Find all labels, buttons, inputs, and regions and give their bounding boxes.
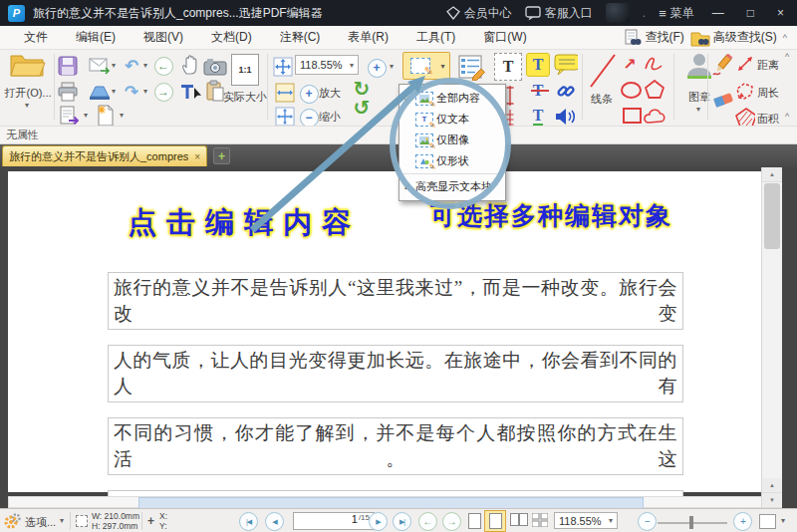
redo-caret-icon[interactable]: ▾ [143,88,147,96]
actual-size-button[interactable]: 1:1 [231,54,259,86]
next-page-button[interactable]: ▶ [369,512,388,531]
zoom-in-label[interactable]: 放大 [319,86,341,101]
advanced-find-button[interactable]: 高级查找(S) [690,29,777,47]
edit-content-caret-button[interactable]: ▾ [436,52,450,80]
square-shape-button[interactable] [620,104,644,128]
dropdown-item-shapes-only[interactable]: ✎ 仅形状 [399,150,505,171]
fit-window-button[interactable] [759,514,776,529]
area-label[interactable]: 面积 [757,112,779,127]
menu-edit[interactable]: 编辑(E) [62,29,130,46]
newdoc-caret-icon[interactable]: ▾ [120,112,124,120]
minimize-button[interactable]: — [707,6,729,20]
page-number-input[interactable]: 1 /15 [293,512,375,530]
export-button[interactable] [58,104,82,128]
select-text-button[interactable] [179,80,203,104]
scroll-up-icon[interactable]: ▲ [762,167,782,182]
scroll-up-icon[interactable]: ▲ [762,478,782,493]
edit-form-button[interactable] [456,53,488,83]
continuous-view-button[interactable] [484,510,506,532]
zoom-slider-thumb[interactable] [689,516,693,529]
arrow-shape-button[interactable]: ↗ [618,52,642,76]
zoom-level-combo[interactable]: 118.55% ▾ [295,55,359,75]
vertical-scrollbar-thumb[interactable] [764,183,780,249]
maximize-button[interactable]: □ [742,6,759,20]
fit-page-button[interactable] [271,55,295,79]
status-zoom-in-button[interactable]: + [733,512,752,531]
new-document-button[interactable] [94,104,118,128]
dropdown-item-images-only[interactable]: ✎ 仅图像 [399,130,505,150]
print-button[interactable] [56,80,80,104]
view-back-button[interactable]: ← [418,512,437,531]
distance-tool-button[interactable] [735,54,755,74]
first-page-button[interactable]: |◀ [239,512,258,531]
status-zoom-out-button[interactable]: − [638,512,657,531]
scroll-down-icon[interactable]: ▼ [762,493,782,508]
edit-content-button[interactable]: ✎ [402,52,438,80]
highlight-text-button[interactable]: T [526,53,550,77]
avatar[interactable] [606,3,630,23]
circle-shape-button[interactable] [619,78,643,102]
go-forward-button[interactable]: → [151,80,175,104]
pentagon-shape-button[interactable] [643,77,666,101]
menu-comment[interactable]: 注释(C) [266,29,335,46]
two-page-view-button[interactable] [510,513,519,526]
redo-button[interactable]: ↷ [120,80,143,104]
rotate-button[interactable]: ↻ ↺ [347,80,377,118]
distance-label[interactable]: 距离 [757,58,779,73]
undo-button[interactable]: ↶ [120,54,143,78]
scan-button[interactable] [88,81,112,105]
options-gear-icon[interactable] [4,513,22,532]
pencil-tool-button[interactable] [711,54,735,78]
collapse-toolbar-top-icon[interactable]: ^ [785,52,789,62]
dropdown-item-highlight-text-blocks[interactable]: ✓ 高亮显示文本块 [399,176,505,197]
scan-caret-icon[interactable]: ▾ [112,88,116,96]
scribble-shape-button[interactable] [642,52,665,76]
customer-service-button[interactable]: 客服入口 [525,5,593,22]
save-button[interactable] [56,54,80,78]
snapshot-button[interactable] [203,55,227,79]
menu-file[interactable]: 文件 [10,29,62,46]
zoom-out-label[interactable]: 缩小 [319,110,341,125]
vertical-scrollbar[interactable]: ▲ ▲ ▼ [761,167,782,508]
email-button[interactable] [88,54,112,78]
app-menu-button[interactable]: ≡ 菜单 [659,5,694,22]
note-comment-button[interactable] [554,53,578,77]
tab-close-icon[interactable]: × [194,151,200,162]
collapse-menubar-icon[interactable]: ^ [783,33,787,43]
previous-page-button[interactable]: ◀ [265,512,284,531]
close-button[interactable]: × [772,6,789,20]
zoom-in-tool-button[interactable]: + [365,56,389,80]
last-page-button[interactable]: ▶| [393,512,411,531]
fit-width-button[interactable] [273,81,297,105]
perimeter-label[interactable]: 周长 [757,86,779,101]
eraser-tool-button[interactable] [711,88,735,112]
single-page-view-button[interactable] [468,513,481,529]
line-tool-button[interactable] [588,52,618,93]
menu-view[interactable]: 视图(V) [130,29,197,46]
go-back-button[interactable]: ← [151,54,175,78]
options-button[interactable]: 选项... [25,515,56,530]
perimeter-tool-button[interactable] [735,82,755,102]
menu-tools[interactable]: 工具(T) [402,29,469,46]
new-tab-button[interactable]: + [213,147,230,164]
two-page-view-button2[interactable] [519,513,528,526]
export-caret-icon[interactable]: ▾ [84,112,88,120]
edit-text-block-button[interactable]: T [494,53,522,81]
email-caret-icon[interactable]: ▾ [112,62,116,70]
four-page-view-button[interactable] [532,513,548,527]
status-zoom-combo[interactable]: 118.55% ▾ [554,512,618,529]
menu-form[interactable]: 表单(R) [334,29,402,46]
tab-active[interactable]: 旅行的意义并不是告诉别人_compress × [2,145,207,166]
strikethrough-text-button[interactable]: T [526,79,550,103]
area-tool-button[interactable] [735,108,755,128]
link-button[interactable] [554,79,578,103]
member-center-button[interactable]: 会员中心 [446,5,512,22]
horizontal-scrollbar[interactable] [8,496,765,508]
view-forward-button[interactable]: → [442,512,461,531]
undo-caret-icon[interactable]: ▾ [143,62,147,70]
options-caret-icon[interactable]: ▾ [60,516,64,525]
zoom-in-button[interactable]: + [297,82,321,106]
find-button[interactable]: 查找(F) [624,29,683,47]
fit-caret-icon[interactable]: ▾ [781,516,785,525]
hand-tool-button[interactable] [179,53,203,77]
